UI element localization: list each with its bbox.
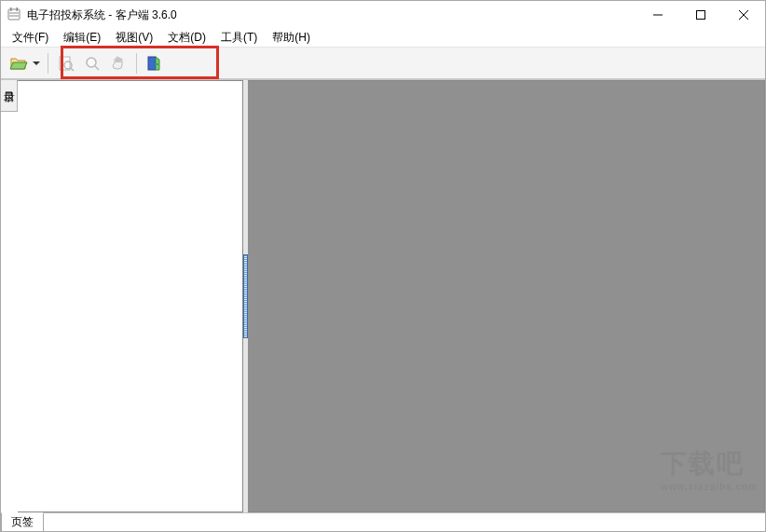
bottom-tab-label: 页签 <box>11 515 34 528</box>
document-viewport <box>248 80 765 512</box>
window-controls <box>636 1 765 29</box>
app-icon <box>7 7 21 22</box>
close-button[interactable] <box>722 1 765 29</box>
svg-rect-6 <box>697 11 705 20</box>
toolbar-separator <box>48 53 48 74</box>
maximize-button[interactable] <box>679 1 722 29</box>
splitter-handle-icon <box>243 254 248 338</box>
menu-tool[interactable]: 工具(T) <box>213 28 265 48</box>
menu-doc[interactable]: 文档(D) <box>160 28 213 48</box>
menu-bar: 文件(F) 编辑(E) 视图(V) 文档(D) 工具(T) 帮助(H) <box>1 29 765 48</box>
content-area: 目录 下载吧 www.xiazaiba.com <box>1 79 765 512</box>
splitter[interactable] <box>243 80 248 512</box>
exit-button[interactable] <box>143 51 167 75</box>
bottom-bar: 页签 <box>1 512 765 531</box>
window-title: 电子招投标系统 - 客户端 3.6.0 <box>27 7 177 23</box>
svg-rect-0 <box>8 9 20 20</box>
title-bar: 电子招投标系统 - 客户端 3.6.0 <box>1 1 765 29</box>
open-dropdown-arrow[interactable] <box>31 51 42 75</box>
menu-help[interactable]: 帮助(H) <box>265 28 318 48</box>
svg-rect-14 <box>148 57 156 70</box>
zoom-button[interactable] <box>80 51 104 75</box>
open-folder-button[interactable] <box>7 51 31 75</box>
directory-pane <box>18 80 243 512</box>
menu-edit[interactable]: 编辑(E) <box>56 28 108 48</box>
svg-rect-1 <box>10 7 12 11</box>
svg-line-13 <box>95 66 99 70</box>
pan-hand-button[interactable] <box>106 51 130 75</box>
sidebar-tab-directory[interactable]: 目录 <box>1 80 18 112</box>
bottom-tab-pages[interactable]: 页签 <box>1 512 44 532</box>
minimize-button[interactable] <box>636 1 679 29</box>
zoom-to-page-button[interactable] <box>54 51 78 75</box>
open-dropdown[interactable] <box>7 51 42 75</box>
title-bar-left: 电子招投标系统 - 客户端 3.6.0 <box>1 7 177 23</box>
svg-rect-2 <box>17 7 19 11</box>
menu-view[interactable]: 视图(V) <box>108 28 160 48</box>
menu-file[interactable]: 文件(F) <box>5 28 56 48</box>
svg-line-11 <box>71 68 74 71</box>
svg-point-15 <box>157 63 158 65</box>
svg-point-12 <box>87 58 96 67</box>
toolbar-separator <box>136 53 137 74</box>
toolbar <box>1 48 765 79</box>
app-window: 电子招投标系统 - 客户端 3.6.0 文件(F) 编辑(E) 视图(V) 文档… <box>0 0 766 532</box>
